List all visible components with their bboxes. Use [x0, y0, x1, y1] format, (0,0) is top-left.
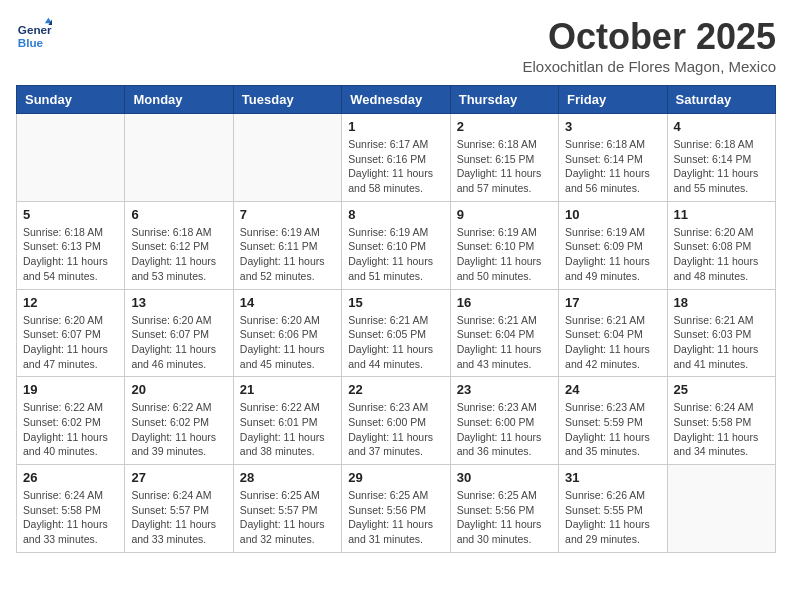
- day-info: Sunrise: 6:23 AMSunset: 5:59 PMDaylight:…: [565, 400, 660, 459]
- day-number: 6: [131, 207, 226, 222]
- day-number: 28: [240, 470, 335, 485]
- calendar-cell: 19Sunrise: 6:22 AMSunset: 6:02 PMDayligh…: [17, 377, 125, 465]
- calendar-cell: 3Sunrise: 6:18 AMSunset: 6:14 PMDaylight…: [559, 114, 667, 202]
- day-number: 31: [565, 470, 660, 485]
- calendar-cell: 20Sunrise: 6:22 AMSunset: 6:02 PMDayligh…: [125, 377, 233, 465]
- calendar-cell: 30Sunrise: 6:25 AMSunset: 5:56 PMDayligh…: [450, 465, 558, 553]
- calendar-cell: 13Sunrise: 6:20 AMSunset: 6:07 PMDayligh…: [125, 289, 233, 377]
- calendar-cell: 29Sunrise: 6:25 AMSunset: 5:56 PMDayligh…: [342, 465, 450, 553]
- day-number: 19: [23, 382, 118, 397]
- calendar-cell: 21Sunrise: 6:22 AMSunset: 6:01 PMDayligh…: [233, 377, 341, 465]
- week-row-3: 12Sunrise: 6:20 AMSunset: 6:07 PMDayligh…: [17, 289, 776, 377]
- day-info: Sunrise: 6:18 AMSunset: 6:14 PMDaylight:…: [674, 137, 769, 196]
- day-info: Sunrise: 6:25 AMSunset: 5:56 PMDaylight:…: [457, 488, 552, 547]
- week-row-2: 5Sunrise: 6:18 AMSunset: 6:13 PMDaylight…: [17, 201, 776, 289]
- weekday-header-wednesday: Wednesday: [342, 86, 450, 114]
- day-info: Sunrise: 6:21 AMSunset: 6:03 PMDaylight:…: [674, 313, 769, 372]
- day-info: Sunrise: 6:25 AMSunset: 5:57 PMDaylight:…: [240, 488, 335, 547]
- day-number: 17: [565, 295, 660, 310]
- day-info: Sunrise: 6:18 AMSunset: 6:13 PMDaylight:…: [23, 225, 118, 284]
- calendar-cell: 15Sunrise: 6:21 AMSunset: 6:05 PMDayligh…: [342, 289, 450, 377]
- calendar-cell: 27Sunrise: 6:24 AMSunset: 5:57 PMDayligh…: [125, 465, 233, 553]
- calendar-cell: 25Sunrise: 6:24 AMSunset: 5:58 PMDayligh…: [667, 377, 775, 465]
- day-number: 2: [457, 119, 552, 134]
- calendar-cell: 7Sunrise: 6:19 AMSunset: 6:11 PMDaylight…: [233, 201, 341, 289]
- weekday-header-tuesday: Tuesday: [233, 86, 341, 114]
- calendar-cell: 11Sunrise: 6:20 AMSunset: 6:08 PMDayligh…: [667, 201, 775, 289]
- calendar-cell: 16Sunrise: 6:21 AMSunset: 6:04 PMDayligh…: [450, 289, 558, 377]
- calendar-cell: [667, 465, 775, 553]
- day-info: Sunrise: 6:18 AMSunset: 6:12 PMDaylight:…: [131, 225, 226, 284]
- day-info: Sunrise: 6:20 AMSunset: 6:08 PMDaylight:…: [674, 225, 769, 284]
- calendar-cell: 12Sunrise: 6:20 AMSunset: 6:07 PMDayligh…: [17, 289, 125, 377]
- day-info: Sunrise: 6:17 AMSunset: 6:16 PMDaylight:…: [348, 137, 443, 196]
- day-info: Sunrise: 6:25 AMSunset: 5:56 PMDaylight:…: [348, 488, 443, 547]
- day-number: 4: [674, 119, 769, 134]
- day-info: Sunrise: 6:24 AMSunset: 5:58 PMDaylight:…: [674, 400, 769, 459]
- day-number: 8: [348, 207, 443, 222]
- day-info: Sunrise: 6:22 AMSunset: 6:02 PMDaylight:…: [23, 400, 118, 459]
- day-info: Sunrise: 6:23 AMSunset: 6:00 PMDaylight:…: [348, 400, 443, 459]
- day-number: 26: [23, 470, 118, 485]
- day-info: Sunrise: 6:18 AMSunset: 6:14 PMDaylight:…: [565, 137, 660, 196]
- logo-icon: General Blue: [16, 16, 52, 52]
- day-number: 9: [457, 207, 552, 222]
- day-info: Sunrise: 6:21 AMSunset: 6:05 PMDaylight:…: [348, 313, 443, 372]
- day-info: Sunrise: 6:22 AMSunset: 6:02 PMDaylight:…: [131, 400, 226, 459]
- day-info: Sunrise: 6:20 AMSunset: 6:07 PMDaylight:…: [131, 313, 226, 372]
- location-title: Eloxochitlan de Flores Magon, Mexico: [523, 58, 776, 75]
- calendar-cell: 18Sunrise: 6:21 AMSunset: 6:03 PMDayligh…: [667, 289, 775, 377]
- weekday-header-thursday: Thursday: [450, 86, 558, 114]
- title-area: October 2025 Eloxochitlan de Flores Mago…: [523, 16, 776, 75]
- calendar-cell: 17Sunrise: 6:21 AMSunset: 6:04 PMDayligh…: [559, 289, 667, 377]
- day-number: 23: [457, 382, 552, 397]
- day-number: 15: [348, 295, 443, 310]
- day-number: 1: [348, 119, 443, 134]
- day-info: Sunrise: 6:21 AMSunset: 6:04 PMDaylight:…: [565, 313, 660, 372]
- day-number: 13: [131, 295, 226, 310]
- weekday-header-saturday: Saturday: [667, 86, 775, 114]
- calendar-cell: 31Sunrise: 6:26 AMSunset: 5:55 PMDayligh…: [559, 465, 667, 553]
- day-number: 16: [457, 295, 552, 310]
- calendar-cell: 28Sunrise: 6:25 AMSunset: 5:57 PMDayligh…: [233, 465, 341, 553]
- calendar-table: SundayMondayTuesdayWednesdayThursdayFrid…: [16, 85, 776, 553]
- day-info: Sunrise: 6:20 AMSunset: 6:07 PMDaylight:…: [23, 313, 118, 372]
- day-number: 5: [23, 207, 118, 222]
- day-info: Sunrise: 6:19 AMSunset: 6:10 PMDaylight:…: [348, 225, 443, 284]
- day-info: Sunrise: 6:23 AMSunset: 6:00 PMDaylight:…: [457, 400, 552, 459]
- month-title: October 2025: [523, 16, 776, 58]
- day-number: 20: [131, 382, 226, 397]
- day-number: 7: [240, 207, 335, 222]
- svg-text:Blue: Blue: [18, 36, 44, 49]
- calendar-cell: 1Sunrise: 6:17 AMSunset: 6:16 PMDaylight…: [342, 114, 450, 202]
- calendar-cell: 2Sunrise: 6:18 AMSunset: 6:15 PMDaylight…: [450, 114, 558, 202]
- day-info: Sunrise: 6:26 AMSunset: 5:55 PMDaylight:…: [565, 488, 660, 547]
- day-number: 18: [674, 295, 769, 310]
- calendar-cell: 22Sunrise: 6:23 AMSunset: 6:00 PMDayligh…: [342, 377, 450, 465]
- calendar-cell: [233, 114, 341, 202]
- day-number: 29: [348, 470, 443, 485]
- calendar-cell: [125, 114, 233, 202]
- day-info: Sunrise: 6:20 AMSunset: 6:06 PMDaylight:…: [240, 313, 335, 372]
- weekday-header-sunday: Sunday: [17, 86, 125, 114]
- calendar-cell: 10Sunrise: 6:19 AMSunset: 6:09 PMDayligh…: [559, 201, 667, 289]
- day-info: Sunrise: 6:21 AMSunset: 6:04 PMDaylight:…: [457, 313, 552, 372]
- day-number: 10: [565, 207, 660, 222]
- weekday-header-friday: Friday: [559, 86, 667, 114]
- day-number: 25: [674, 382, 769, 397]
- day-info: Sunrise: 6:18 AMSunset: 6:15 PMDaylight:…: [457, 137, 552, 196]
- day-info: Sunrise: 6:24 AMSunset: 5:58 PMDaylight:…: [23, 488, 118, 547]
- weekday-header-row: SundayMondayTuesdayWednesdayThursdayFrid…: [17, 86, 776, 114]
- calendar-cell: 9Sunrise: 6:19 AMSunset: 6:10 PMDaylight…: [450, 201, 558, 289]
- day-number: 12: [23, 295, 118, 310]
- day-info: Sunrise: 6:19 AMSunset: 6:11 PMDaylight:…: [240, 225, 335, 284]
- day-info: Sunrise: 6:24 AMSunset: 5:57 PMDaylight:…: [131, 488, 226, 547]
- day-number: 3: [565, 119, 660, 134]
- day-number: 24: [565, 382, 660, 397]
- calendar-cell: 5Sunrise: 6:18 AMSunset: 6:13 PMDaylight…: [17, 201, 125, 289]
- calendar-cell: [17, 114, 125, 202]
- day-info: Sunrise: 6:19 AMSunset: 6:10 PMDaylight:…: [457, 225, 552, 284]
- calendar-cell: 23Sunrise: 6:23 AMSunset: 6:00 PMDayligh…: [450, 377, 558, 465]
- calendar-cell: 4Sunrise: 6:18 AMSunset: 6:14 PMDaylight…: [667, 114, 775, 202]
- day-number: 14: [240, 295, 335, 310]
